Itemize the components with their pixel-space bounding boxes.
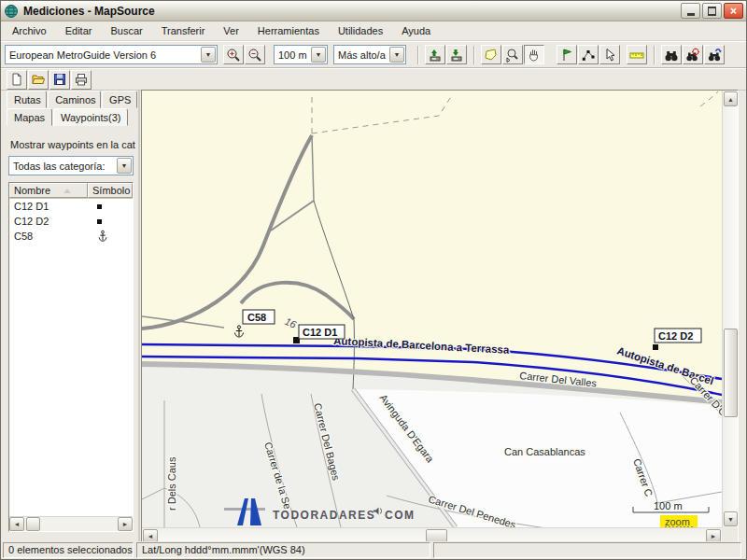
waypoint-list-header: Nombre Símbolo [9,183,133,199]
scroll-right-icon[interactable]: ► [118,517,133,531]
menu-ver[interactable]: Ver [214,22,248,39]
chevron-down-icon[interactable]: ▼ [117,158,132,174]
chevron-down-icon[interactable]: ▼ [201,47,216,63]
table-row[interactable]: C58 [9,229,133,244]
scale-label: 100 m [654,500,683,511]
zoom-hint-label[interactable]: zoom [665,516,690,527]
hand-pan-tool-button[interactable] [524,45,544,64]
scroll-left-icon[interactable]: ◄ [9,517,24,531]
tab-rutas[interactable]: Rutas [7,91,47,108]
ruler-icon [629,48,644,63]
open-folder-icon [31,72,46,87]
floppy-disk-icon [52,72,67,87]
tab-caminos[interactable]: Caminos [48,91,101,108]
map-polygon-icon [484,48,499,63]
table-row[interactable]: C12 D1 [9,199,133,214]
waypoint-tool-button[interactable] [557,45,577,64]
list-horizontal-scrollbar[interactable]: ◄ ► [9,516,133,531]
scroll-down-icon[interactable]: ▼ [724,511,738,526]
menu-transferir[interactable]: Transferir [152,22,215,39]
binoculars-target-icon [685,48,700,63]
menu-herramientas[interactable]: Herramientas [248,22,329,39]
square-waypoint-icon [97,219,102,224]
zoom-in-icon [226,48,241,63]
street-label: r Dels Caus [166,456,177,511]
map-vertical-scrollbar[interactable]: ▲ ▼ [722,91,738,527]
route-icon [581,48,596,63]
zoom-tool-button[interactable] [502,45,523,64]
scroll-right-icon[interactable]: ► [706,529,721,542]
close-button[interactable]: × [724,3,743,19]
main-toolbar: European MetroGuide Version 6 ▼ 100 m ▼ … [1,41,746,68]
anchor-icon [97,230,108,243]
waypoint-list: Nombre Símbolo C12 D1 C12 D2 C58 [8,182,134,532]
map-scale-select[interactable]: 100 m ▼ [274,45,328,64]
menu-editar[interactable]: Editar [56,22,102,39]
menu-ayuda[interactable]: Ayuda [392,22,440,39]
menu-archivo[interactable]: Archivo [3,22,56,39]
scroll-up-icon[interactable]: ▲ [724,91,738,106]
scrollbar-thumb[interactable] [426,529,447,542]
menu-buscar[interactable]: Buscar [101,22,151,39]
new-file-button[interactable] [7,70,27,90]
printer-icon [74,72,89,87]
zoom-in-button[interactable] [223,45,244,64]
find-button[interactable] [661,45,682,64]
open-file-button[interactable] [28,70,49,90]
title-bar[interactable]: Mediciones - MapSource × [1,1,746,21]
map-product-select[interactable]: European MetroGuide Version 6 ▼ [5,45,218,64]
restore-icon [708,7,716,15]
map-region: Autopista de Barcelona a Terrassa Autopi… [141,90,739,544]
sidebar-tabs-row2: Mapas Waypoints(3) [3,108,138,126]
scrollbar-thumb[interactable] [724,329,738,417]
binoculars-arrow-icon [707,48,722,63]
tab-gps[interactable]: GPS [102,91,137,108]
toolbar-separator [654,46,655,64]
detail-level-select[interactable]: Más alto/a ▼ [333,45,406,64]
waypoint-filter-label: Mostrar waypoints en la cat [10,139,135,150]
restore-button[interactable] [702,3,722,19]
square-waypoint-icon [97,204,102,209]
window-title: Mediciones - MapSource [23,5,679,18]
minimize-button[interactable] [681,3,700,19]
measure-tool-button[interactable] [627,45,647,64]
watermark-text: COM [385,509,416,522]
map-select-tool-button[interactable] [481,45,501,64]
send-to-device-icon [428,48,443,63]
tab-mapas[interactable]: Mapas [7,108,52,126]
toolbar-separator [473,46,475,64]
menu-bar: Archivo Editar Buscar Transferir Ver Her… [1,21,746,41]
map-canvas[interactable]: Autopista de Barcelona a Terrassa Autopi… [142,91,722,527]
sort-asc-icon [63,189,71,193]
watermark-text: TODORADARES [273,509,375,522]
cursor-arrow-icon [602,48,617,63]
svg-text:C12 D1: C12 D1 [303,327,337,338]
toolbar-separator [417,46,419,64]
status-extra [433,542,741,558]
route-tool-button[interactable] [578,45,599,64]
recent-finds-button[interactable] [704,45,725,64]
hand-icon [527,48,542,63]
print-button[interactable] [71,70,92,90]
scroll-left-icon[interactable]: ◄ [143,529,158,542]
menu-utilidades[interactable]: Utilidades [329,22,392,39]
receive-from-device-button[interactable] [446,45,467,64]
mapsource-window: { "window": { "title": "Mediciones - Map… [0,0,747,560]
table-row[interactable]: C12 D2 [9,214,133,229]
sidebar-panel: Rutas Caminos GPS Mapas Waypoints(3) Mos… [3,91,140,541]
zoom-out-button[interactable] [245,45,265,64]
column-header-nombre[interactable]: Nombre [9,183,88,198]
chevron-down-icon[interactable]: ▼ [311,47,326,63]
tab-waypoints[interactable]: Waypoints(3) [53,108,128,126]
find-nearest-button[interactable] [683,45,703,64]
send-to-device-button[interactable] [425,45,445,64]
zoom-out-icon [247,48,262,63]
app-globe-icon [4,4,19,19]
selection-tool-button[interactable] [599,45,620,64]
column-header-simbolo[interactable]: Símbolo [88,183,133,198]
category-select[interactable]: Todas las categoría: ▼ [8,156,134,175]
chevron-down-icon[interactable]: ▼ [389,47,404,63]
scrollbar-thumb[interactable] [26,517,40,531]
save-file-button[interactable] [49,70,70,90]
svg-text:C58: C58 [247,312,266,323]
